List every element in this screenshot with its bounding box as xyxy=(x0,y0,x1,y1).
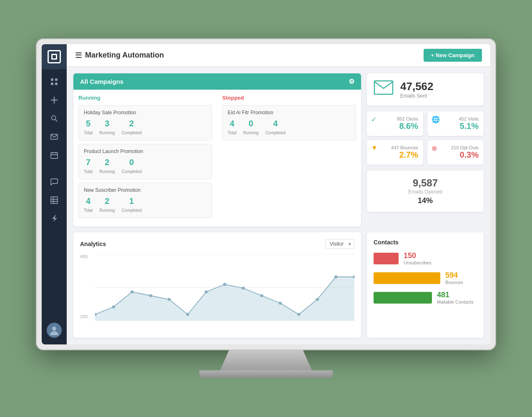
settings-icon[interactable]: ⚙ xyxy=(349,78,354,85)
bounces-bar xyxy=(374,272,440,284)
topbar-title-group: ☰ Marketing Automation xyxy=(75,51,164,60)
sidebar xyxy=(42,44,67,344)
analytics-chart: 400 200 xyxy=(80,254,354,321)
emails-sent-value: 47,562 xyxy=(400,80,434,93)
campaign-title-eid: Eid Al Fitr Promotion xyxy=(228,110,351,116)
optouts-pct: 0.3% xyxy=(459,150,479,160)
y-max-label: 400 xyxy=(80,254,88,259)
sidebar-item-calendar[interactable] xyxy=(46,147,63,163)
new-campaign-button[interactable]: + New Campaign xyxy=(424,49,482,62)
stopped-section: Stopped Eid Al Fitr Promotion 4 Total xyxy=(217,90,361,226)
svg-rect-0 xyxy=(51,78,53,81)
bounces-label: Bounces xyxy=(445,280,463,285)
contacts-panel: Contacts 150 Unsubscribes xyxy=(367,232,484,338)
clicks-number: 852 Clicks xyxy=(397,116,418,121)
svg-point-25 xyxy=(279,302,282,305)
svg-rect-1 xyxy=(55,78,58,81)
down-arrow-icon: ▼ xyxy=(371,144,378,152)
holiday-stats: 5 Total 3 Running xyxy=(84,119,207,136)
bounces-row: 594 Bounces xyxy=(374,271,477,285)
globe-icon: 🌐 xyxy=(432,116,440,123)
svg-rect-10 xyxy=(374,81,393,94)
eid-running: 0 Running xyxy=(243,119,258,136)
svg-rect-3 xyxy=(55,83,58,85)
sidebar-item-table[interactable] xyxy=(46,192,63,208)
subscriber-running: 2 Running xyxy=(99,196,115,214)
running-label: Running xyxy=(78,95,212,101)
page-title: Marketing Automation xyxy=(85,51,164,60)
visits-pct: 5.1% xyxy=(459,121,479,131)
svg-rect-2 xyxy=(51,83,53,85)
svg-point-4 xyxy=(52,116,56,120)
screen-inner: ☰ Marketing Automation + New Campaign Al… xyxy=(42,44,490,344)
campaign-card-product: Product Launch Promotion 7 Total 2 xyxy=(78,144,212,179)
campaigns-body: Running Holiday Sale Promotion 5 Total xyxy=(73,90,361,226)
svg-rect-7 xyxy=(51,153,58,158)
svg-point-16 xyxy=(112,306,115,309)
emails-sent-label: Emails Sent xyxy=(400,93,434,99)
svg-point-24 xyxy=(260,294,263,297)
sidebar-item-chat[interactable] xyxy=(46,173,63,190)
campaigns-panel: All Campaigns ⚙ Running Holiday Sale Pro… xyxy=(73,73,361,226)
emails-opened-pct: 14% xyxy=(418,196,433,205)
holiday-completed: 2 Completed xyxy=(121,119,141,136)
sidebar-item-bolt[interactable] xyxy=(46,210,63,227)
unsubscribes-info: 150 Unsubscribes xyxy=(404,251,432,265)
svg-point-17 xyxy=(130,291,134,294)
x-circle-icon: ⊗ xyxy=(432,144,437,152)
svg-point-21 xyxy=(205,291,208,294)
sidebar-item-search[interactable] xyxy=(46,110,63,127)
emails-opened-card: 9,587 Emails Opened 14% xyxy=(367,171,484,212)
visitor-dropdown[interactable]: Visitor xyxy=(325,239,354,249)
check-circle-icon: ✓ xyxy=(371,116,376,123)
holiday-running: 3 Running xyxy=(99,119,115,136)
holiday-total: 5 Total xyxy=(84,119,93,136)
sidebar-item-add[interactable] xyxy=(46,92,63,108)
mailable-info: 481 Mailable Contacts xyxy=(437,291,473,304)
product-total: 7 Total xyxy=(84,158,93,175)
monitor-screen: ☰ Marketing Automation + New Campaign Al… xyxy=(37,39,495,349)
monitor-stand xyxy=(220,349,312,370)
bounces-stat-card: ▼ 647 Bounces 2.7% xyxy=(367,140,423,165)
product-completed: 0 Completed xyxy=(121,158,141,175)
mailable-value: 481 xyxy=(437,291,473,299)
svg-point-19 xyxy=(168,298,171,301)
svg-point-28 xyxy=(334,276,338,279)
clicks-stat-card: ✓ 852 Clicks 8.6% xyxy=(367,111,423,136)
analytics-header: Analytics Visitor ▼ xyxy=(80,239,354,249)
campaigns-header: All Campaigns ⚙ xyxy=(73,73,361,90)
running-section: Running Holiday Sale Promotion 5 Total xyxy=(73,90,217,226)
bounces-info: 594 Bounces xyxy=(445,271,463,285)
logo-icon xyxy=(48,50,61,63)
unsubscribes-value: 150 xyxy=(404,251,432,260)
sidebar-item-mail[interactable] xyxy=(46,128,63,145)
product-stats: 7 Total 2 Running xyxy=(84,158,207,175)
clicks-pct: 8.6% xyxy=(399,121,418,131)
bounces-pct: 2.7% xyxy=(399,150,418,160)
svg-point-18 xyxy=(149,294,152,297)
bottom-row: Analytics Visitor ▼ xyxy=(73,232,484,338)
hamburger-icon[interactable]: ☰ xyxy=(75,51,82,60)
emails-sent-info: 47,562 Emails Sent xyxy=(400,80,434,99)
right-stats: 47,562 Emails Sent ✓ 852 Clicks 8.6% xyxy=(367,73,484,226)
sidebar-avatar[interactable] xyxy=(47,323,62,338)
sidebar-logo xyxy=(42,44,67,69)
visitor-dropdown-wrap[interactable]: Visitor ▼ xyxy=(325,239,354,249)
eid-total: 4 Total xyxy=(228,119,236,136)
campaign-card-holiday: Holiday Sale Promotion 5 Total 3 xyxy=(78,105,212,141)
svg-point-23 xyxy=(242,287,245,290)
campaign-title-holiday: Holiday Sale Promotion xyxy=(84,110,207,116)
eid-completed: 4 Completed xyxy=(265,119,285,136)
optouts-number: 210 Opt-Outs xyxy=(451,145,479,150)
campaigns-title: All Campaigns xyxy=(80,78,123,85)
campaign-card-subscriber: New Suscriber Promotion 4 Total 2 xyxy=(78,183,212,218)
svg-line-5 xyxy=(55,120,58,122)
sidebar-item-grid[interactable] xyxy=(46,73,63,90)
main-content: ☰ Marketing Automation + New Campaign Al… xyxy=(67,44,490,344)
mailable-row: 481 Mailable Contacts xyxy=(374,291,477,304)
subscriber-total: 4 Total xyxy=(84,196,93,214)
campaign-title-subscriber: New Suscriber Promotion xyxy=(84,187,207,193)
visits-stat-card: 🌐 452 Visits 5.1% xyxy=(427,111,484,136)
visits-number: 452 Visits xyxy=(459,116,479,121)
svg-point-26 xyxy=(297,313,301,316)
